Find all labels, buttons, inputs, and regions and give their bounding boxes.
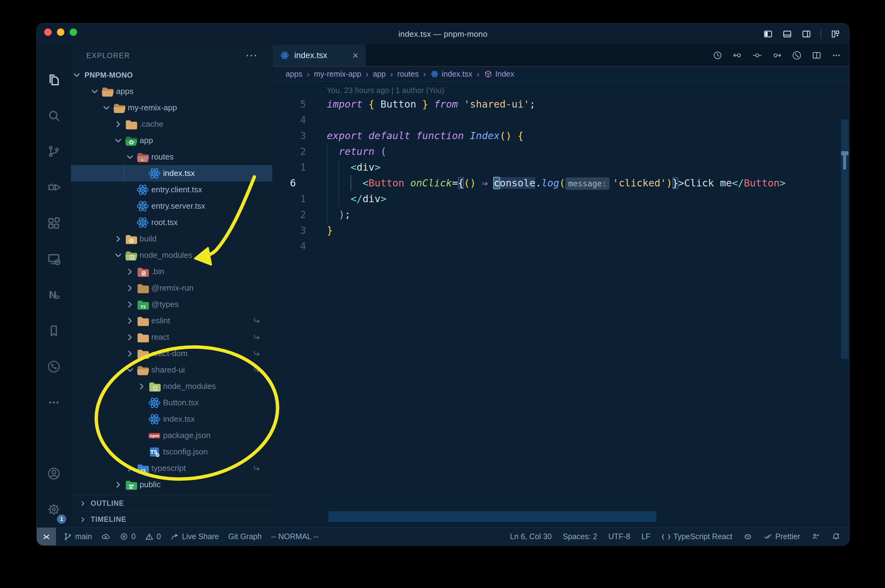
activity-explorer[interactable] — [37, 62, 71, 98]
activity-source-control[interactable] — [37, 134, 71, 170]
status-feedback[interactable] — [811, 532, 820, 541]
code-line[interactable]: 1 <div> — [272, 159, 837, 175]
file-history-icon[interactable] — [792, 50, 802, 61]
activity-search[interactable] — [37, 98, 71, 134]
status-cursor-position[interactable]: Ln 6, Col 30 — [510, 532, 552, 541]
status-language-mode[interactable]: { }TypeScript React — [662, 532, 732, 541]
activity-settings[interactable]: 1 — [37, 492, 71, 527]
chevron-down-icon[interactable] — [112, 250, 124, 261]
code-line[interactable]: 5import { Button } from 'shared-ui'; — [272, 96, 837, 112]
panel-left-icon[interactable] — [763, 29, 773, 39]
chevron-right-icon[interactable] — [112, 234, 124, 244]
code-editor[interactable]: You, 23 hours ago | 1 author (You) 5impo… — [272, 82, 849, 527]
tree-item[interactable]: eslint — [71, 312, 272, 329]
status-indentation[interactable]: Spaces: 2 — [563, 532, 597, 541]
breadcrumb-item[interactable]: routes — [397, 69, 419, 78]
code-line[interactable]: 6 <Button onClick={() ⇒ console.log(mess… — [272, 175, 837, 191]
tree-item[interactable]: react — [71, 329, 272, 345]
tree-item[interactable]: .cache — [71, 116, 272, 132]
tree-item[interactable]: TStypescript — [71, 460, 272, 476]
tree-item[interactable]: index.tsx — [71, 411, 272, 427]
tree-item[interactable]: build — [71, 231, 272, 247]
activity-neovim[interactable]: N≥ — [37, 277, 71, 313]
tree-item[interactable]: entry.client.tsx — [71, 182, 272, 198]
code-line[interactable]: 3} — [272, 223, 837, 238]
tree-item[interactable]: root.tsx — [71, 214, 272, 231]
chevron-right-icon[interactable] — [124, 299, 136, 310]
panel-bottom-icon[interactable] — [782, 29, 792, 39]
chevron-right-icon[interactable] — [112, 480, 124, 490]
next-change-icon[interactable] — [772, 50, 782, 61]
tree-item[interactable]: entry.server.tsx — [71, 198, 272, 214]
chevron-right-icon[interactable] — [124, 348, 136, 359]
chevron-right-icon[interactable] — [124, 267, 136, 277]
status-live-share[interactable]: Live Share — [170, 532, 219, 541]
tree-item[interactable]: npmpackage.json — [71, 427, 272, 444]
chevron-right-icon[interactable] — [112, 119, 124, 129]
code-line[interactable]: 3export default function Index() { — [272, 128, 837, 144]
code-line[interactable]: 4 — [272, 238, 837, 254]
remote-indicator[interactable] — [37, 528, 56, 545]
tree-item[interactable]: Button.tsx — [71, 394, 272, 411]
activity-extensions[interactable] — [37, 205, 71, 241]
horizontal-scrollbar[interactable] — [328, 512, 656, 522]
tree-item[interactable]: public — [71, 476, 272, 493]
tree-item[interactable]: my-remix-app — [71, 99, 272, 116]
status-encoding[interactable]: UTF-8 — [608, 532, 630, 541]
chevron-down-icon[interactable] — [124, 152, 136, 162]
panel-outline[interactable]: OUTLINE — [71, 495, 272, 512]
close-tab-icon[interactable]: × — [352, 50, 358, 60]
chevron-right-icon[interactable] — [124, 283, 136, 293]
explorer-more-actions-icon[interactable]: ··· — [246, 50, 258, 61]
status-copilot[interactable] — [743, 532, 752, 541]
activity-more-views[interactable] — [37, 385, 71, 420]
status-problems-errors[interactable]: 0 — [119, 532, 135, 541]
breadcrumb-item[interactable]: app — [373, 69, 386, 78]
activity-run-debug[interactable] — [37, 170, 71, 205]
chevron-right-icon[interactable] — [124, 316, 136, 326]
tree-item[interactable]: @remix-run — [71, 280, 272, 296]
status-sync-changes[interactable] — [101, 532, 110, 541]
chevron-down-icon[interactable] — [89, 86, 101, 97]
more-icon[interactable] — [831, 50, 842, 61]
change-icon[interactable] — [752, 50, 763, 61]
workspace-section-header[interactable]: PNPM-MONO — [71, 67, 272, 83]
status-eol[interactable]: LF — [641, 532, 650, 541]
tree-item[interactable]: TS@types — [71, 296, 272, 312]
split-icon[interactable] — [811, 50, 822, 61]
tree-item[interactable]: JSnode_modules — [71, 378, 272, 394]
breadcrumb-item[interactable]: Index — [484, 69, 514, 78]
tree-item[interactable]: routes — [71, 149, 272, 165]
status-git-graph[interactable]: Git Graph — [228, 532, 262, 541]
status-vim-mode[interactable]: -- NORMAL -- — [271, 532, 318, 541]
activity-remote-explorer[interactable] — [37, 241, 71, 277]
prev-change-icon[interactable] — [732, 50, 743, 61]
chevron-right-icon[interactable] — [124, 332, 136, 342]
tree-item[interactable]: app — [71, 132, 272, 149]
panel-right-icon[interactable] — [801, 29, 811, 39]
tree-item[interactable]: TStsconfig.json — [71, 444, 272, 460]
code-line[interactable]: 1 </div> — [272, 191, 837, 207]
activity-bookmarks[interactable] — [37, 313, 71, 349]
code-line[interactable]: 2 ); — [272, 207, 837, 223]
activity-git-graph[interactable] — [37, 349, 71, 385]
chevron-down-icon[interactable] — [124, 365, 136, 375]
chevron-down-icon[interactable] — [71, 70, 83, 80]
status-problems-warnings[interactable]: 0 — [145, 532, 161, 541]
chevron-down-icon[interactable] — [101, 103, 112, 113]
tree-item[interactable]: react-dom — [71, 345, 272, 362]
panel-timeline[interactable]: TIMELINE — [71, 512, 272, 527]
chevron-right-icon[interactable] — [124, 463, 136, 474]
breadcrumb-item[interactable]: apps — [286, 69, 303, 78]
code-line[interactable]: 2 return ( — [272, 144, 837, 159]
tree-item[interactable]: shared-ui — [71, 362, 272, 378]
tree-item[interactable]: apps — [71, 83, 272, 99]
tree-item[interactable]: JSnode_modules — [71, 247, 272, 263]
chevron-right-icon[interactable] — [136, 381, 148, 392]
tab-index-tsx[interactable]: index.tsx × — [272, 45, 366, 66]
status-formatter[interactable]: Prettier — [763, 532, 800, 541]
tree-item[interactable]: 0110.bin — [71, 263, 272, 280]
code-line[interactable]: 4 — [272, 112, 837, 128]
tree-item[interactable]: index.tsx — [71, 165, 272, 182]
activity-accounts[interactable] — [37, 456, 71, 492]
